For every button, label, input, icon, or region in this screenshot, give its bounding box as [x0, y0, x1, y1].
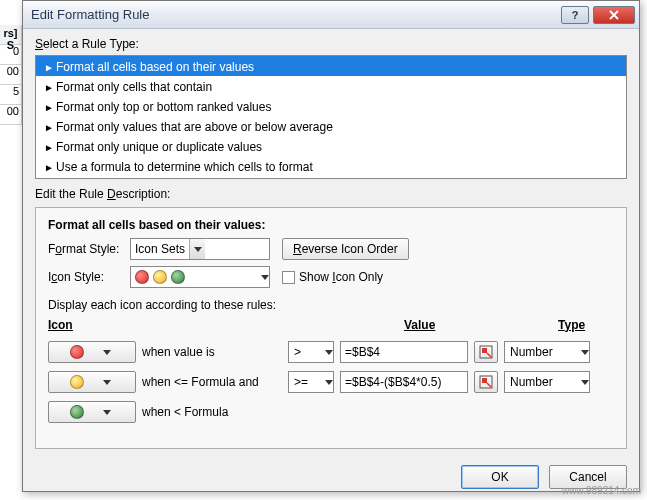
help-button[interactable]: ? [561, 6, 589, 24]
format-style-label: Format Style: [48, 242, 130, 256]
chevron-down-icon [261, 275, 269, 280]
traffic-light-yellow-icon [70, 375, 84, 389]
show-icon-only-label: Show Icon Only [299, 270, 383, 284]
type-combo[interactable]: Number [504, 371, 590, 393]
condition-text: when <= Formula and [142, 375, 282, 389]
bg-cell: 00 [0, 65, 21, 85]
background-spreadsheet: rs] S 0 00 5 00 [0, 25, 22, 125]
value-input[interactable]: =$B$4 [340, 341, 468, 363]
traffic-light-red-icon [70, 345, 84, 359]
bg-cell: 5 [0, 85, 21, 105]
reverse-icon-order-button[interactable]: Reverse Icon Order [282, 238, 409, 260]
rule-type-item[interactable]: ►Format only top or bottom ranked values [36, 96, 626, 116]
close-button[interactable] [593, 6, 635, 24]
rule-type-item[interactable]: ►Format only unique or duplicate values [36, 136, 626, 156]
icon-rule-row: when <= Formula and >= =$B$4-($B$4*0.5) … [48, 370, 614, 394]
chevron-down-icon [100, 380, 114, 385]
condition-text: when value is [142, 345, 282, 359]
dialog-footer: OK Cancel [23, 457, 639, 497]
ok-button[interactable]: OK [461, 465, 539, 489]
range-picker-button[interactable] [474, 341, 498, 363]
chevron-down-icon [189, 239, 205, 259]
traffic-light-green-icon [70, 405, 84, 419]
format-style-combo[interactable]: Icon Sets [130, 238, 270, 260]
edit-formatting-rule-dialog: Edit Formatting Rule ? Select a Rule Typ… [22, 0, 640, 492]
dialog-title: Edit Formatting Rule [31, 7, 561, 22]
icon-style-combo[interactable] [130, 266, 270, 288]
icon-rule-row: when value is > =$B$4 Number [48, 340, 614, 364]
watermark: www.989214.com [562, 485, 641, 496]
rules-caption: Display each icon according to these rul… [48, 298, 614, 312]
col-type-header: Type [558, 318, 647, 332]
bg-col-header: rs] S [0, 25, 21, 45]
chevron-down-icon [100, 350, 114, 355]
svg-rect-1 [482, 348, 487, 353]
description-heading: Format all cells based on their values: [48, 218, 614, 232]
operator-combo[interactable]: > [288, 341, 334, 363]
icon-rules-table: Icon Value Type when value is > =$B$4 [48, 318, 614, 424]
traffic-light-yellow-icon [153, 270, 167, 284]
edit-rule-description-label: Edit the Rule Description: [35, 187, 627, 201]
operator-combo[interactable]: >= [288, 371, 334, 393]
rule-type-item[interactable]: ►Format all cells based on their values [36, 56, 626, 76]
col-icon-header: Icon [48, 318, 188, 334]
show-icon-only-checkbox[interactable] [282, 271, 295, 284]
rule-type-item[interactable]: ►Use a formula to determine which cells … [36, 156, 626, 176]
range-picker-button[interactable] [474, 371, 498, 393]
type-combo[interactable]: Number [504, 341, 590, 363]
icon-rule-row: when < Formula [48, 400, 614, 424]
icon-selector[interactable] [48, 341, 136, 363]
titlebar: Edit Formatting Rule ? [23, 1, 639, 29]
traffic-light-red-icon [135, 270, 149, 284]
chevron-down-icon [581, 350, 589, 355]
rule-type-list[interactable]: ►Format all cells based on their values … [35, 55, 627, 179]
chevron-down-icon [100, 410, 114, 415]
condition-text: when < Formula [142, 405, 282, 419]
svg-rect-3 [482, 378, 487, 383]
rule-description-panel: Format all cells based on their values: … [35, 207, 627, 449]
traffic-light-green-icon [171, 270, 185, 284]
bg-cell: 00 [0, 105, 21, 125]
select-rule-type-label: Select a Rule Type: [35, 37, 627, 51]
icon-style-label: Icon Style: [48, 270, 130, 284]
rule-type-item[interactable]: ►Format only cells that contain [36, 76, 626, 96]
rule-type-item[interactable]: ►Format only values that are above or be… [36, 116, 626, 136]
chevron-down-icon [325, 350, 333, 355]
icon-selector[interactable] [48, 371, 136, 393]
icon-selector[interactable] [48, 401, 136, 423]
chevron-down-icon [325, 380, 333, 385]
value-input[interactable]: =$B$4-($B$4*0.5) [340, 371, 468, 393]
chevron-down-icon [581, 380, 589, 385]
